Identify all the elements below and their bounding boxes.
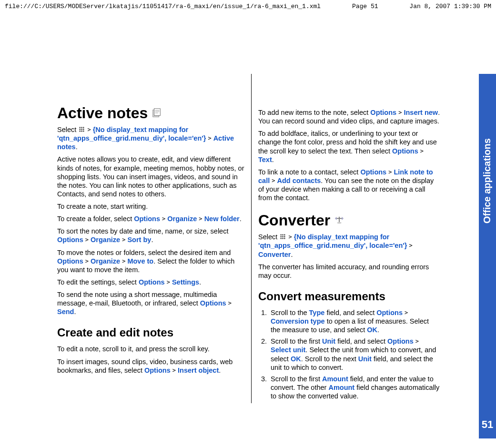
file-path: file:///C:/USERS/MODEServer/lkatajis/110… [5,3,321,10]
converter-heading: Converter [258,211,440,230]
step-2: Scroll to the first Unit field, and sele… [269,337,440,372]
menu-icon [78,126,85,133]
svg-point-3 [81,127,82,128]
datetime: Jan 8, 2007 1:39:30 PM [409,3,491,10]
page-number: 51 [479,418,496,431]
edit-note: To edit a note, scroll to it, and press … [57,345,246,353]
svg-point-19 [284,236,285,237]
header-bar: file:///C:/USERS/MODEServer/lkatajis/110… [0,0,496,12]
svg-marker-12 [342,217,344,220]
select-path: Select > {No display_text mapping for 'q… [57,125,246,151]
description: Active notes allows you to create, edit,… [57,155,246,198]
section-label: Office applications [479,83,496,226]
create-folder: To create a folder, select Options > Org… [57,214,246,223]
add-new-items: To add new items to the note, select Opt… [258,108,440,125]
send-note: To send the note using a short message, … [57,290,246,316]
steps-list: Scroll to the Type field, and select Opt… [258,308,440,400]
menu-icon [279,233,286,240]
active-notes-title: Active notes [57,103,148,122]
converter-select: Select > {No display_text mapping for 'q… [258,233,440,258]
side-tab: Office applications 51 [479,74,496,438]
svg-point-17 [281,236,282,237]
convert-measurements-heading: Convert measurements [258,289,440,304]
svg-point-15 [282,234,283,236]
svg-point-5 [80,129,81,130]
boldface: To add boldface, italics, or underlining… [258,129,440,164]
accuracy-note: The converter has limited accuracy, and … [258,263,440,280]
svg-point-20 [281,238,282,239]
active-notes-heading: Active notes [57,103,246,122]
svg-point-22 [284,238,285,239]
svg-point-18 [282,236,283,237]
page-label: Page 51 [352,3,378,10]
svg-point-13 [337,222,342,224]
step-1: Scroll to the Type field, and select Opt… [269,308,440,334]
create-note: To create a note, start writing. [57,202,246,211]
svg-point-2 [80,127,81,128]
left-column: Active notes Select > {No display_text m… [57,74,251,403]
note-icon [152,108,162,118]
sort-notes: To sort the notes by date and time, name… [57,227,246,244]
svg-point-4 [83,127,84,128]
svg-point-9 [81,131,82,132]
move-notes: To move the notes or folders, select the… [57,248,246,274]
svg-point-16 [284,234,285,236]
svg-rect-1 [154,109,161,116]
link-note: To link a note to a contact, select Opti… [258,168,440,203]
create-edit-heading: Create and edit notes [57,326,246,340]
svg-point-8 [80,131,81,132]
svg-marker-11 [335,217,337,220]
edit-settings: To edit the settings, select Options > S… [57,278,246,286]
right-column: To add new items to the note, select Opt… [251,74,445,403]
svg-point-7 [83,129,84,130]
svg-point-10 [83,131,84,132]
svg-point-6 [81,129,82,130]
page-body: Active notes Select > {No display_text m… [0,74,496,448]
step-3: Scroll to the first Amount field, and en… [269,375,440,400]
svg-point-21 [282,238,283,239]
converter-icon [334,215,344,225]
insert-objects: To insert images, sound clips, video, bu… [57,357,246,375]
converter-title: Converter [258,211,330,230]
svg-point-14 [281,234,282,236]
